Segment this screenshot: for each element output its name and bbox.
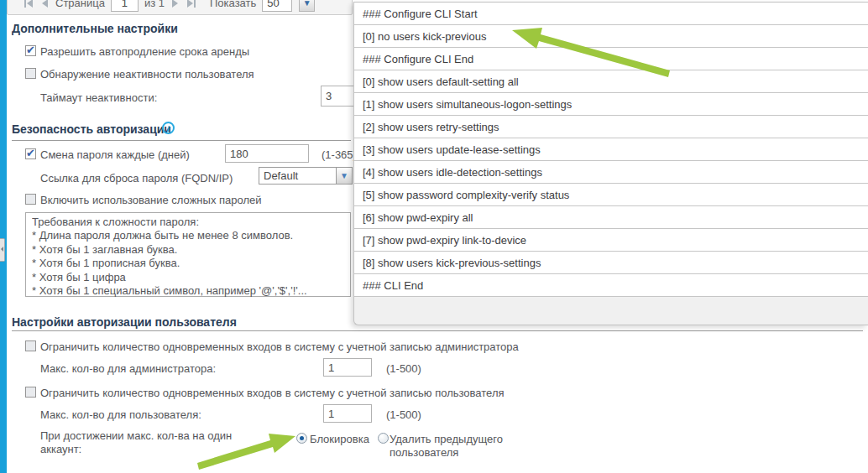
password-requirements-box: Требования к сложности пароля: * Длина п… bbox=[25, 212, 351, 297]
auto-renew-checkbox[interactable] bbox=[25, 45, 36, 56]
section-title-additional: Дополнительные настройки bbox=[12, 22, 178, 35]
password-change-checkbox[interactable] bbox=[25, 148, 36, 159]
admin-limit-checkbox[interactable] bbox=[25, 340, 36, 351]
cli-row[interactable]: [3] show users update-lease-settings bbox=[354, 138, 868, 161]
user-limit-checkbox[interactable] bbox=[25, 387, 36, 398]
user-max-label: Макс. кол-во для пользователя: bbox=[40, 408, 201, 421]
user-max-range: (1-500) bbox=[386, 408, 421, 421]
cli-row[interactable]: [4] show users idle-detection-settings bbox=[354, 161, 868, 184]
settings-page: Страница из 1 Показать 50 ▼ Дополнительн… bbox=[0, 0, 868, 473]
idle-detect-checkbox[interactable] bbox=[25, 68, 36, 79]
last-page-icon bbox=[187, 0, 193, 8]
next-page-icon bbox=[172, 0, 178, 8]
cli-row[interactable]: [7] show pwd-expiry link-to-device bbox=[354, 229, 868, 252]
last-page-button[interactable] bbox=[186, 0, 197, 9]
requirement-line: Требования к сложности пароля: bbox=[32, 216, 344, 229]
page-label: Страница bbox=[55, 0, 105, 9]
cli-row[interactable]: [0] show users default-setting all bbox=[354, 70, 868, 93]
cli-row[interactable]: [8] show users kick-previous-settings bbox=[354, 252, 868, 274]
max-reached-label-line2: аккаунт: bbox=[40, 443, 81, 455]
password-change-label: Смена пароля каждые (дней) bbox=[40, 148, 190, 161]
pagination-toolbar: Страница из 1 Показать 50 ▼ bbox=[7, 0, 353, 15]
user-limit-label: Ограничить количество одновременных вход… bbox=[40, 387, 505, 399]
kick-previous-radio[interactable] bbox=[378, 433, 389, 444]
requirement-line: * Длина пароля должна быть не менее 8 си… bbox=[32, 229, 344, 242]
idle-detect-label: Обнаружение неактивности пользователя bbox=[40, 68, 254, 81]
auto-renew-label: Разрешить автопродление срока аренды bbox=[40, 45, 249, 58]
complex-password-checkbox[interactable] bbox=[25, 194, 36, 205]
cli-row[interactable]: [5] show password complexity-verify stat… bbox=[354, 184, 868, 206]
reset-link-value: Default bbox=[259, 167, 337, 185]
panel-collapse-handle[interactable] bbox=[0, 238, 5, 262]
cli-row[interactable]: ### Configure CLI Start bbox=[354, 3, 868, 25]
prev-page-icon bbox=[42, 0, 48, 8]
first-page-button[interactable] bbox=[23, 0, 34, 9]
kick-previous-radio-label: Удалить предыдущего пользователя bbox=[390, 433, 534, 460]
left-edge-stripe bbox=[0, 0, 7, 473]
reset-link-dropdown-button[interactable]: ▼ bbox=[337, 167, 353, 185]
idle-timeout-label: Таймаут неактивности: bbox=[40, 91, 157, 104]
cli-row[interactable]: ### CLI End bbox=[354, 274, 868, 297]
show-label: Показать bbox=[210, 0, 256, 9]
page-size-value[interactable]: 50 bbox=[262, 0, 292, 12]
cli-row[interactable]: [1] show users simultaneous-logon-settin… bbox=[354, 93, 868, 116]
cli-row[interactable]: [2] show users retry-settings bbox=[354, 116, 868, 138]
next-page-button[interactable] bbox=[170, 0, 180, 9]
requirement-line: * Хотя бы 1 цифра bbox=[32, 271, 344, 284]
page-size-dropdown-button[interactable]: ▼ bbox=[299, 0, 315, 12]
section-divider-security bbox=[12, 140, 351, 141]
first-page-icon bbox=[24, 0, 26, 8]
section-title-security: Безопасность авторизации bbox=[12, 122, 171, 136]
cli-row[interactable]: ### Configure CLI End bbox=[354, 48, 868, 70]
section-divider-user-logon bbox=[12, 330, 863, 331]
complex-password-label: Включить использование сложных паролей bbox=[40, 194, 262, 206]
page-number-input[interactable] bbox=[111, 0, 139, 12]
admin-max-input[interactable] bbox=[323, 358, 372, 377]
section-title-user-logon: Настройки авторизации пользователя bbox=[12, 315, 237, 329]
block-radio-label: Блокировка bbox=[310, 433, 369, 445]
info-icon[interactable]: i bbox=[162, 122, 175, 134]
requirement-line: * Хотя бы 1 специальный символ, например… bbox=[32, 284, 344, 298]
max-reached-label-line1: При достижении макс. кол-ва на один bbox=[40, 429, 232, 442]
password-change-days-input[interactable] bbox=[225, 144, 309, 163]
chevron-down-icon: ▼ bbox=[340, 171, 348, 180]
prev-page-button[interactable] bbox=[40, 0, 50, 9]
requirement-line: * Хотя бы 1 заглавная буква. bbox=[32, 243, 344, 257]
chevron-down-icon: ▼ bbox=[303, 0, 311, 8]
cli-row[interactable]: [6] show pwd-expiry all bbox=[354, 206, 868, 229]
admin-max-label: Макс. кол-во для администратора: bbox=[40, 362, 216, 375]
reset-link-label: Ссылка для сброса пароля (FQDN/IP) bbox=[40, 172, 233, 185]
reset-link-dropdown[interactable]: Default ▼ bbox=[259, 167, 353, 185]
cli-output-panel: ### Configure CLI Start [0] no users kic… bbox=[353, 2, 868, 325]
admin-max-range: (1-500) bbox=[386, 362, 421, 375]
user-max-input[interactable] bbox=[323, 404, 372, 423]
admin-limit-label: Ограничить количество одновременных вход… bbox=[40, 340, 519, 353]
cli-row[interactable]: [0] no users kick-previous bbox=[354, 25, 868, 48]
page-of-label: из 1 bbox=[144, 0, 165, 9]
block-radio[interactable] bbox=[296, 433, 307, 444]
requirement-line: * Хотя бы 1 прописная буква. bbox=[32, 257, 344, 270]
password-change-range: (1-365) bbox=[322, 148, 357, 161]
